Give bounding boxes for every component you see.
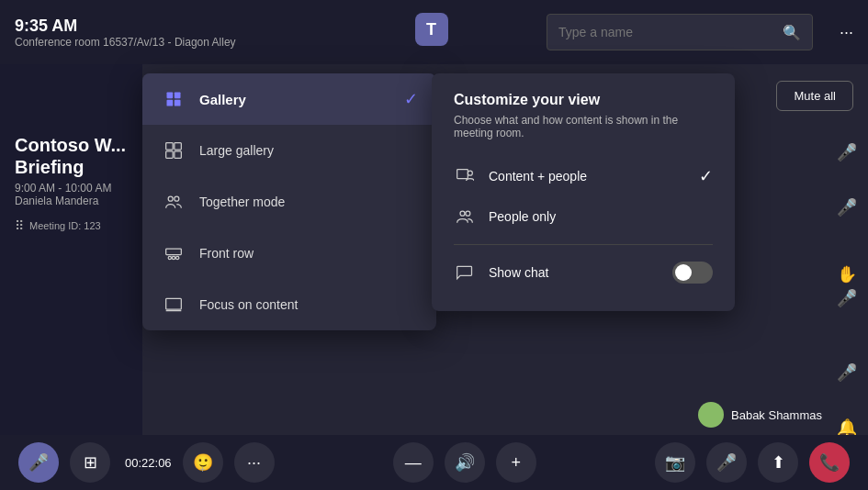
volume-icon: 🔊 [455,452,475,473]
minus-button[interactable]: — [393,442,434,483]
front-row-icon [161,240,186,266]
camera-button[interactable]: 📷 [655,442,695,483]
share-icon: ⬆ [772,452,785,473]
svg-rect-10 [166,249,182,255]
camera-icon: 📷 [665,452,685,473]
minus-icon: — [405,453,422,473]
svg-rect-16 [457,170,468,179]
show-chat-toggle[interactable] [672,262,713,284]
gallery-icon [161,86,186,112]
view-item-large-gallery[interactable]: Large gallery [142,125,436,176]
more-button[interactable]: ··· [234,442,275,483]
svg-point-17 [468,171,472,175]
end-call-button[interactable]: 📞 [809,442,850,483]
show-chat-icon [454,262,476,284]
svg-point-9 [175,196,179,201]
content-people-check: ✓ [699,166,713,186]
room-name: Conference room 16537/Av/13 - Diagon All… [15,36,236,49]
meeting-id: ⠿ Meeting ID: 123 [15,218,128,233]
divider [454,244,713,245]
participant-avatar [698,402,724,428]
svg-rect-1 [175,93,181,99]
mic-button[interactable]: 🎤 [18,442,59,483]
volume-button[interactable]: 🔊 [445,442,485,483]
teams-logo: T [415,13,454,51]
mic-icon: 🎤 [28,452,49,473]
search-input[interactable] [558,25,783,39]
people-only-icon [454,206,476,228]
bottom-bar: 🎤 ⊞ 00:22:06 🙂 + ··· — 🔊 + 📷 🎤 ⬆ 📞 [0,435,868,490]
layout-button[interactable]: ⊞ [70,442,110,483]
large-gallery-icon [161,138,186,163]
time-info: 9:35 AM Conference room 16537/Av/13 - Di… [15,17,236,49]
teams-icon: T [415,13,448,46]
svg-rect-7 [175,151,182,159]
view-dropdown: Gallery ✓ Large gallery Together mode [142,73,436,330]
meeting-title: Contoso W... Briefing [15,134,128,178]
view-item-focus[interactable]: Focus on content [142,279,436,330]
mic-icon-3: ✋ 🎤 [837,264,857,308]
top-bar: 9:35 AM Conference room 16537/Av/13 - Di… [0,0,868,64]
svg-rect-2 [167,100,174,106]
svg-rect-4 [166,143,174,150]
add-button[interactable]: + [496,442,536,483]
svg-point-13 [176,256,179,259]
left-panel: Contoso W... Briefing 9:00 AM - 10:00 AM… [0,64,142,435]
mute-all-button[interactable]: Mute all [776,81,853,111]
customize-panel: Customize your view Choose what and how … [432,73,735,311]
gallery-checkmark: ✓ [404,89,418,109]
call-timer: 00:22:06 [125,456,172,470]
layout-icon: ⊞ [84,452,97,473]
focus-icon [161,292,186,317]
content-people-icon [454,165,476,187]
add-icon: + [512,453,522,473]
search-icon[interactable]: 🔍 [783,24,801,41]
svg-point-19 [466,211,470,216]
end-call-icon: 📞 [819,452,840,473]
participant-row: Babak Shammas [698,402,822,428]
svg-rect-14 [166,298,182,309]
audio-button[interactable]: 🎤 [706,442,747,483]
option-label-show-chat: Show chat [489,265,548,280]
svg-point-11 [168,256,171,259]
option-label-people-only: People only [489,209,556,224]
customize-subtitle: Choose what and how content is shown in … [454,114,713,139]
svg-point-12 [172,256,175,259]
customize-title: Customize your view [454,92,713,108]
reactions-button[interactable]: 🙂 + [183,442,223,483]
meeting-time: 9:00 AM - 10:00 AM [15,182,128,195]
mic-icon-2: 🎤 [837,197,857,217]
svg-rect-6 [166,151,174,159]
view-item-gallery[interactable]: Gallery ✓ [142,73,436,125]
view-label-gallery: Gallery [199,92,246,107]
option-content-people[interactable]: Content + people ✓ [454,156,713,196]
svg-point-18 [460,211,465,216]
option-people-only[interactable]: People only [454,196,713,237]
mic-icon-1: 🎤 [837,142,857,162]
view-item-together[interactable]: Together mode [142,176,436,228]
view-label-large-gallery: Large gallery [199,143,274,158]
option-label-content-people: Content + people [489,169,587,184]
view-label-front-row: Front row [199,246,254,261]
share-button[interactable]: ⬆ [758,442,798,483]
top-more-button[interactable]: ··· [840,23,853,42]
participant-name: Babak Shammas [731,408,822,422]
view-item-front-row[interactable]: Front row [142,228,436,279]
view-label-focus: Focus on content [199,297,298,312]
audio-icon: 🎤 [716,452,737,473]
svg-rect-3 [175,100,181,106]
search-bar[interactable]: 🔍 [547,14,813,50]
svg-rect-5 [175,143,182,150]
svg-rect-0 [167,93,174,99]
mic-icon-4: 🎤 [837,362,857,383]
together-icon [161,189,186,215]
svg-point-8 [168,196,173,201]
option-show-chat[interactable]: Show chat [454,252,713,293]
meeting-host: Daniela Mandera [15,195,128,207]
clock: 9:35 AM [15,17,236,36]
view-label-together: Together mode [199,195,285,209]
